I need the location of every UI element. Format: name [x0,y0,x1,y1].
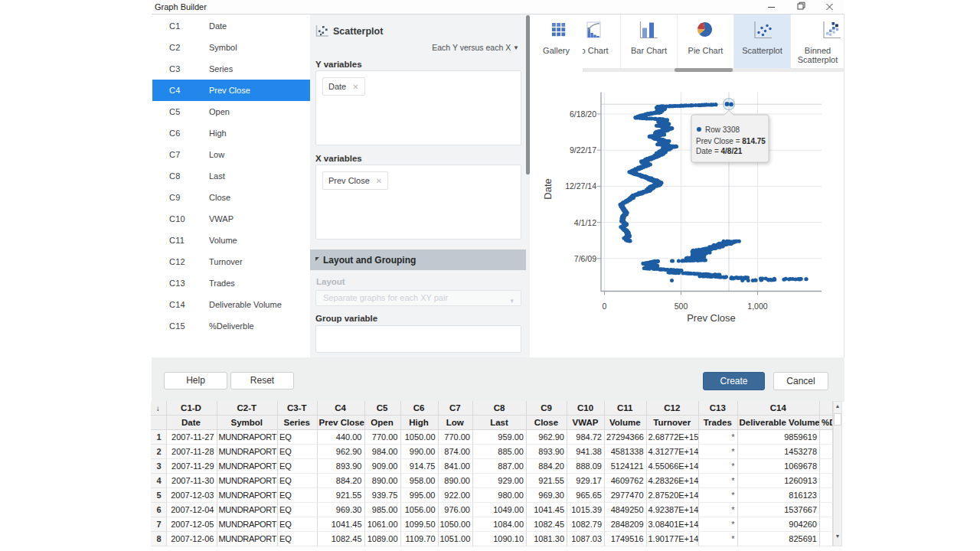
svg-text:Prev Close = 814.75: Prev Close = 814.75 [696,137,766,145]
svg-text:0: 0 [603,302,607,311]
svg-text:Date = 4/8/21: Date = 4/8/21 [696,147,743,155]
svg-text:500: 500 [675,302,688,311]
svg-text:1,000: 1,000 [747,302,767,311]
svg-text:12/27/14: 12/27/14 [565,181,596,191]
svg-text:7/6/09: 7/6/09 [574,254,596,263]
svg-text:9/22/17: 9/22/17 [570,145,596,155]
svg-text:Prev Close: Prev Close [687,312,736,324]
svg-text:4/1/12: 4/1/12 [574,218,596,227]
svg-text:Date: Date [542,178,554,199]
svg-text:6/18/20: 6/18/20 [570,109,596,119]
svg-text:Row 3308: Row 3308 [705,126,740,134]
